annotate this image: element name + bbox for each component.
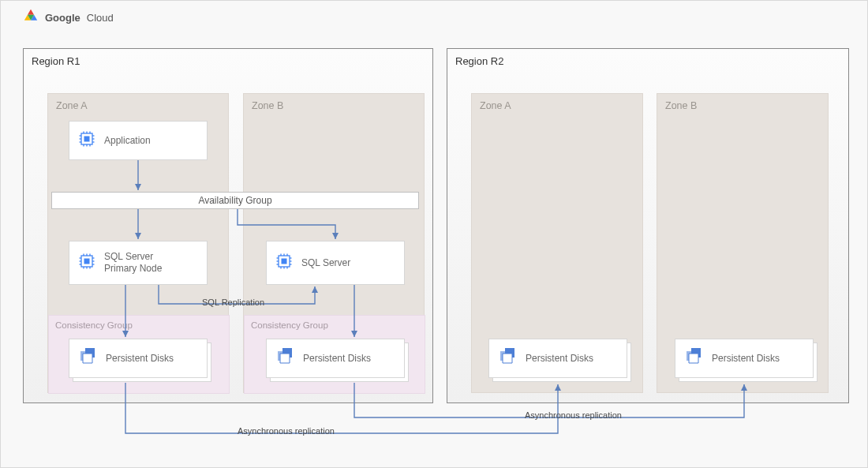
node-pd-r1b: Persistent Disks	[266, 339, 405, 378]
zone-r1a-label: Zone A	[56, 100, 88, 111]
zone-r2a-label: Zone A	[480, 100, 511, 111]
svg-marker-1	[28, 9, 34, 15]
cpu-icon	[77, 252, 96, 274]
svg-rect-20	[84, 259, 90, 264]
node-pd-r2b-wrap: Persistent Disks	[675, 339, 814, 378]
disk-icon	[275, 346, 295, 370]
node-sql-primary: SQL Server Primary Node	[69, 241, 208, 285]
cpu-icon	[77, 129, 96, 152]
disk-icon	[497, 346, 518, 370]
node-pd-r2a-wrap: Persistent Disks	[488, 339, 627, 378]
node-pd-r1a-wrap: Persistent Disks	[69, 339, 208, 378]
node-pd-r1b-label: Persistent Disks	[303, 353, 371, 365]
zone-r1b-label: Zone B	[252, 100, 283, 111]
node-pd-r2b-label: Persistent Disks	[712, 353, 780, 365]
disk-icon	[77, 346, 98, 370]
availability-group-label: Availability Group	[198, 195, 271, 206]
label-async-2: Asynchronous replication	[525, 410, 622, 420]
node-application: Application	[69, 121, 208, 160]
disk-icon	[683, 346, 704, 370]
node-pd-r1a: Persistent Disks	[69, 339, 208, 378]
node-pd-r2a: Persistent Disks	[488, 339, 627, 378]
svg-rect-34	[282, 259, 287, 264]
label-sql-replication: SQL Replication	[202, 298, 264, 307]
node-sql-secondary: SQL Server	[266, 241, 405, 285]
consistency-group-r1b-label: Consistency Group	[251, 320, 328, 330]
brand-bold: Google	[45, 12, 80, 24]
availability-group-bar: Availability Group	[51, 192, 419, 209]
region-r1-label: Region R1	[32, 55, 80, 67]
node-pd-r2b: Persistent Disks	[675, 339, 814, 378]
region-r2-label: Region R2	[455, 55, 503, 67]
google-cloud-logo-icon	[23, 9, 39, 26]
node-sql-secondary-label: SQL Server	[301, 257, 350, 269]
consistency-group-r1a-label: Consistency Group	[55, 320, 133, 330]
node-pd-r1b-wrap: Persistent Disks	[266, 339, 405, 378]
svg-rect-6	[84, 137, 90, 142]
node-sql-primary-label: SQL Server Primary Node	[104, 251, 162, 275]
node-pd-r2a-label: Persistent Disks	[526, 353, 593, 365]
zone-r2b-label: Zone B	[665, 100, 697, 111]
node-application-label: Application	[104, 135, 151, 147]
node-pd-r1a-label: Persistent Disks	[106, 353, 174, 365]
brand-light: Cloud	[87, 12, 114, 24]
header: Google Cloud	[23, 9, 114, 26]
cpu-icon	[275, 252, 294, 274]
label-async-1: Asynchronous replication	[238, 426, 335, 436]
